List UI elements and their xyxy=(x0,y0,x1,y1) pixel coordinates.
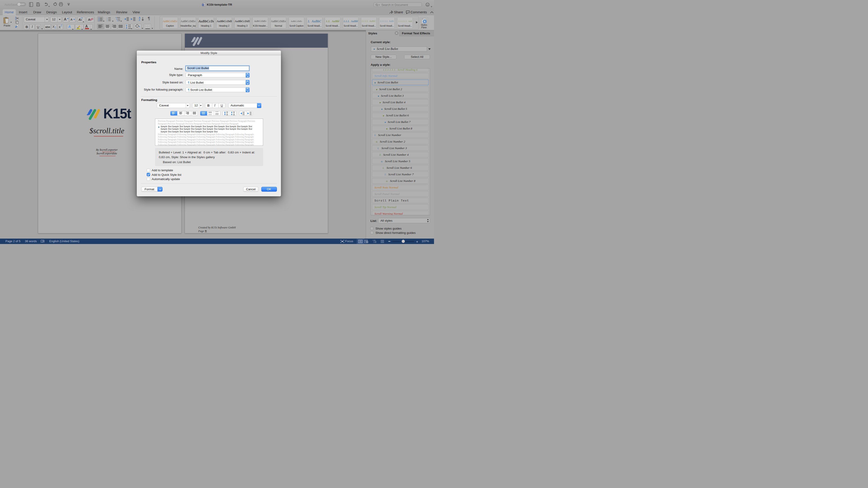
svg-text:¶: ¶ xyxy=(424,20,426,23)
svg-text:3: 3 xyxy=(107,20,107,22)
svg-text:1: 1 xyxy=(107,17,107,19)
svg-text:2: 2 xyxy=(107,19,107,20)
